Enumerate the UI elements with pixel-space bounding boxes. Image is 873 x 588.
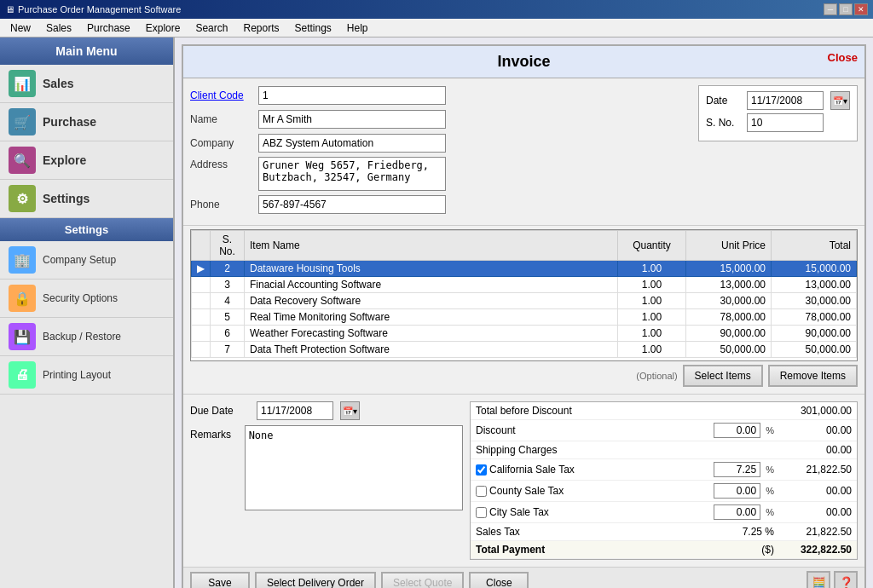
ca-tax-input[interactable] (714, 462, 760, 477)
invoice-panel: Invoice Close Client Code Name (182, 44, 866, 588)
county-tax-pct: % (766, 486, 774, 496)
discount-label: Discount (476, 424, 708, 436)
date-picker-button[interactable]: 📅▾ (830, 91, 850, 110)
row-qty: 1.00 (618, 277, 686, 293)
table-row[interactable]: ▶ 2 Dataware Housing Tools 1.00 15,000.0… (192, 261, 857, 277)
company-setup-label: Company Setup (43, 254, 116, 266)
sidebar-item-sales[interactable]: 📊 Sales (0, 65, 173, 103)
menu-new[interactable]: New (3, 20, 38, 36)
menu-reports[interactable]: Reports (236, 20, 286, 36)
address-label: Address (190, 159, 258, 170)
county-tax-checkbox-label[interactable]: County Sale Tax (476, 485, 708, 497)
sidebar-item-settings[interactable]: ⚙ Settings (0, 180, 173, 218)
due-date-input[interactable] (257, 401, 333, 420)
sidebar-item-printing-layout[interactable]: 🖨 Printing Layout (0, 356, 173, 395)
company-input[interactable] (258, 134, 446, 153)
menu-search[interactable]: Search (188, 20, 234, 36)
calculator-button[interactable]: 🧮 (807, 571, 830, 588)
company-icon: 🏢 (9, 246, 36, 274)
printing-layout-label: Printing Layout (43, 369, 111, 381)
client-code-input[interactable] (258, 86, 446, 105)
discount-value: 00.00 (779, 424, 852, 436)
settings-submenu-header: Settings (0, 218, 173, 241)
table-row[interactable]: 4 Data Recovery Software 1.00 30,000.00 … (192, 293, 857, 309)
sidebar-item-explore[interactable]: 🔍 Explore (0, 141, 173, 180)
table-row[interactable]: 5 Real Time Monitoring Software 1.00 78,… (192, 309, 857, 326)
menu-help[interactable]: Help (340, 20, 375, 36)
sidebar-item-company-setup[interactable]: 🏢 Company Setup (0, 241, 173, 280)
menu-purchase[interactable]: Purchase (80, 20, 137, 36)
sidebar-header: Main Menu (0, 37, 173, 65)
table-row[interactable]: 6 Weather Forecasting Software 1.00 90,0… (192, 326, 857, 342)
menu-explore[interactable]: Explore (139, 20, 188, 36)
discount-pct: % (766, 425, 774, 435)
due-date-row: Due Date 📅▾ (190, 401, 463, 420)
close-top-button[interactable]: Close (828, 51, 858, 64)
date-row: Date 📅▾ (706, 91, 850, 110)
client-form: Client Code Name Company A (190, 85, 690, 218)
due-date-remarks: Due Date 📅▾ Remarks None (190, 401, 463, 560)
ca-tax-checkbox-label[interactable]: California Sale Tax (476, 464, 708, 476)
title-bar-controls[interactable]: ─ □ ✕ (824, 3, 868, 15)
help-button[interactable]: ❓ (834, 571, 858, 588)
total-payment-label: Total Payment (476, 544, 756, 556)
total-before-discount-row: Total before Discount 301,000.00 (471, 402, 857, 420)
col-indicator (192, 231, 211, 261)
ca-tax-label: California Sale Tax (476, 464, 708, 476)
row-name: Real Time Monitoring Software (245, 309, 618, 326)
remarks-input[interactable]: None (245, 425, 463, 510)
menu-sales[interactable]: Sales (39, 20, 78, 36)
row-name: Data Recovery Software (245, 293, 618, 309)
county-tax-label: County Sale Tax (476, 485, 708, 497)
table-row[interactable]: 3 Finacial Accounting Software 1.00 13,0… (192, 277, 857, 293)
close-footer-button[interactable]: Close (469, 572, 529, 588)
bottom-section: Due Date 📅▾ Remarks None Total (183, 395, 864, 567)
sidebar-item-purchase[interactable]: 🛒 Purchase (0, 103, 173, 141)
due-date-picker-button[interactable]: 📅▾ (340, 401, 360, 420)
name-input[interactable] (258, 110, 446, 129)
row-price: 90,000.00 (686, 326, 772, 342)
city-tax-checkbox-label[interactable]: City Sale Tax (476, 506, 708, 518)
county-tax-checkbox[interactable] (476, 486, 487, 497)
row-name: Data Theft Protection Software (245, 342, 618, 358)
row-total: 90,000.00 (772, 326, 857, 342)
city-tax-checkbox[interactable] (476, 507, 487, 518)
total-payment-value: 322,822.50 (779, 544, 852, 556)
menu-settings[interactable]: Settings (288, 20, 338, 36)
select-delivery-order-button[interactable]: Select Delivery Order (255, 572, 376, 588)
table-row[interactable]: 7 Data Theft Protection Software 1.00 50… (192, 342, 857, 358)
county-tax-input[interactable] (714, 483, 760, 499)
county-tax-value: 00.00 (779, 485, 852, 497)
minimize-button[interactable]: ─ (824, 3, 837, 15)
window-close-button[interactable]: ✕ (854, 3, 868, 15)
sales-tax-value: 21,822.50 (779, 526, 852, 538)
maximize-button[interactable]: □ (839, 3, 853, 15)
col-name-header: Item Name (245, 231, 618, 261)
date-sno-box: Date 📅▾ S. No. (698, 85, 858, 141)
row-price: 30,000.00 (686, 293, 772, 309)
select-quote-button[interactable]: Select Quote (381, 572, 464, 588)
sidebar-item-backup-restore[interactable]: 💾 Backup / Restore (0, 318, 173, 356)
row-qty: 1.00 (618, 326, 686, 342)
date-input[interactable] (747, 91, 824, 110)
city-tax-input[interactable] (714, 504, 760, 520)
phone-input[interactable] (258, 195, 446, 214)
sidebar-item-security-options[interactable]: 🔒 Security Options (0, 280, 173, 318)
discount-input[interactable] (714, 423, 760, 438)
ca-tax-checkbox[interactable] (476, 464, 487, 476)
city-tax-label: City Sale Tax (476, 506, 708, 518)
col-qty-header: Quantity (618, 231, 686, 261)
save-button[interactable]: Save (190, 572, 250, 588)
remove-items-button[interactable]: Remove Items (768, 365, 858, 387)
company-label: Company (190, 137, 258, 149)
select-items-button[interactable]: Select Items (683, 365, 763, 387)
shipping-row: Shipping Charges 00.00 (471, 441, 857, 459)
address-input[interactable]: Gruner Weg 5657, Friedberg, Butzbach, 32… (258, 157, 446, 191)
remarks-row: Remarks None (190, 425, 463, 510)
row-indicator (192, 277, 211, 293)
sno-input[interactable] (747, 113, 824, 132)
row-price: 50,000.00 (686, 342, 772, 358)
client-code-label[interactable]: Client Code (190, 89, 258, 101)
items-table-container[interactable]: S. No. Item Name Quantity Unit Price Tot… (190, 229, 858, 361)
window-title: Purchase Order Management Software (18, 4, 181, 14)
